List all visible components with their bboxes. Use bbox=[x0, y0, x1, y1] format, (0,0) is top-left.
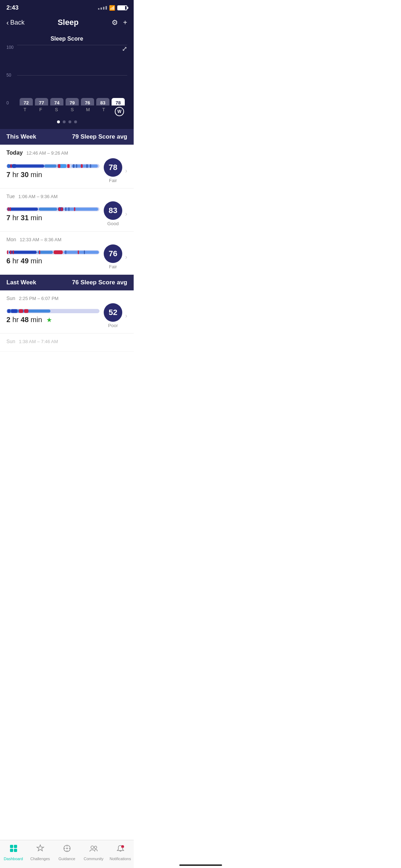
dot-4[interactable] bbox=[74, 120, 77, 123]
entry-today[interactable]: Today 12:46 AM – 9:26 AM bbox=[0, 145, 134, 188]
entry-day-mon: Mon bbox=[6, 237, 16, 242]
svg-rect-21 bbox=[58, 207, 60, 211]
entry-body-today: 7 hr 30 min 78 Fair › bbox=[6, 158, 127, 183]
pagination-dots bbox=[6, 120, 127, 123]
entry-sun2[interactable]: Sun 1:38 AM – 7:46 AM bbox=[0, 334, 134, 352]
entry-right-tue: 83 Good › bbox=[99, 201, 127, 226]
entry-day-sun2: Sun bbox=[6, 339, 15, 344]
svg-rect-36 bbox=[65, 250, 66, 254]
hours-tue: 7 bbox=[6, 214, 10, 222]
hours-mon: 6 bbox=[6, 257, 10, 265]
entry-duration-tue: 7 hr 31 min bbox=[6, 214, 99, 222]
bar-value-t1: 72 bbox=[24, 100, 29, 105]
svg-rect-14 bbox=[90, 164, 91, 167]
sleep-bar-sun1 bbox=[6, 308, 99, 314]
svg-rect-17 bbox=[7, 207, 9, 211]
back-button[interactable]: ‹ Back bbox=[6, 19, 25, 27]
star-icon-sun1: ★ bbox=[46, 316, 52, 324]
this-week-header: This Week 79 Sleep Score avg bbox=[0, 129, 134, 145]
score-label-today: Fair bbox=[109, 178, 117, 183]
entry-duration-mon: 6 hr 49 min bbox=[6, 257, 99, 265]
min-label-tue: min bbox=[31, 214, 42, 222]
bar-item-t1[interactable]: 72 bbox=[20, 98, 33, 105]
hr-label-sun1: hr bbox=[12, 316, 21, 324]
y-axis: 100 50 0 bbox=[6, 45, 14, 105]
bar-item-f[interactable]: 77 bbox=[35, 98, 48, 105]
svg-rect-3 bbox=[7, 164, 10, 167]
bar-item-w[interactable]: 78 bbox=[112, 98, 125, 105]
dot-1[interactable] bbox=[57, 120, 60, 123]
entry-score-today: 78 Fair bbox=[104, 158, 122, 183]
header: ‹ Back Sleep ⚙ + bbox=[0, 14, 134, 33]
bar-s1: 74 bbox=[50, 98, 63, 105]
x-label-t2: T bbox=[96, 107, 112, 116]
svg-rect-22 bbox=[61, 207, 63, 211]
bar-item-t2[interactable]: 83 bbox=[96, 98, 109, 105]
this-week-label: This Week bbox=[6, 133, 36, 140]
entry-mon[interactable]: Mon 12:33 AM – 8:36 AM bbox=[0, 232, 134, 275]
add-button[interactable]: + bbox=[123, 19, 127, 27]
score-label-mon: Fair bbox=[109, 264, 117, 269]
mins-mon: 49 bbox=[21, 257, 29, 265]
entry-body-sun1: 2 hr 48 min ★ 52 Poor › bbox=[6, 303, 127, 328]
mins-today: 30 bbox=[21, 171, 29, 179]
x-label-t1: T bbox=[17, 107, 33, 116]
bar-f: 77 bbox=[35, 98, 48, 105]
x-label-f: F bbox=[33, 107, 48, 116]
min-label-today: min bbox=[31, 171, 42, 179]
wifi-icon: 📶 bbox=[109, 5, 115, 11]
sleep-bar-today bbox=[6, 163, 99, 169]
bar-item-s1[interactable]: 74 bbox=[50, 98, 63, 105]
chevron-sun1: › bbox=[125, 312, 127, 320]
bar-w: 78 bbox=[112, 98, 125, 105]
entry-sun1[interactable]: Sun 2:25 PM – 6:07 PM 2 hr bbox=[0, 290, 134, 334]
svg-rect-2 bbox=[44, 164, 57, 167]
dot-3[interactable] bbox=[68, 120, 71, 123]
this-week-entries: Today 12:46 AM – 9:26 AM bbox=[0, 145, 134, 275]
svg-rect-41 bbox=[19, 309, 23, 312]
min-label-sun1: min bbox=[31, 316, 42, 324]
entry-body-mon: 6 hr 49 min 76 Fair › bbox=[6, 244, 127, 269]
score-circle-mon: 76 bbox=[104, 244, 122, 263]
entry-left-tue: 7 hr 31 min bbox=[6, 206, 99, 222]
score-circle-sun1: 52 bbox=[104, 303, 122, 322]
bar-value-s1: 74 bbox=[54, 100, 59, 105]
dot-2[interactable] bbox=[63, 120, 66, 123]
svg-rect-38 bbox=[84, 250, 85, 254]
bar-m: 76 bbox=[81, 98, 94, 105]
svg-rect-37 bbox=[78, 250, 79, 254]
chevron-today: › bbox=[125, 167, 127, 175]
svg-rect-28 bbox=[7, 250, 8, 254]
status-bar: 2:43 📶 bbox=[0, 0, 134, 14]
chart-bars-wrapper: 72 77 74 bbox=[17, 45, 127, 105]
entry-header-today: Today 12:46 AM – 9:26 AM bbox=[6, 150, 127, 156]
entry-day-tue: Tue bbox=[6, 193, 15, 199]
bar-item-s2[interactable]: 79 bbox=[66, 98, 79, 105]
y-label-0: 0 bbox=[6, 100, 14, 105]
back-label: Back bbox=[10, 19, 25, 26]
bar-item-m[interactable]: 76 bbox=[81, 98, 94, 105]
min-label-mon: min bbox=[31, 257, 42, 265]
svg-rect-12 bbox=[81, 164, 83, 167]
entry-header-sun2: Sun 1:38 AM – 7:46 AM bbox=[6, 339, 127, 344]
entry-header-mon: Mon 12:33 AM – 8:36 AM bbox=[6, 237, 127, 242]
svg-rect-19 bbox=[38, 207, 57, 211]
battery-icon bbox=[117, 5, 127, 10]
svg-rect-16 bbox=[7, 207, 38, 211]
page-title: Sleep bbox=[58, 18, 79, 27]
sleep-bar-tue bbox=[6, 206, 99, 212]
entry-tue[interactable]: Tue 1:06 AM – 9:36 AM bbox=[0, 188, 134, 232]
today-day-label: W bbox=[115, 107, 124, 116]
score-label-tue: Good bbox=[107, 221, 119, 226]
chart-section: Sleep Score ⤢ 100 50 0 bbox=[0, 33, 134, 129]
hr-label-tue: hr bbox=[12, 214, 21, 222]
hr-label-today: hr bbox=[12, 171, 21, 179]
svg-rect-42 bbox=[24, 309, 29, 312]
svg-rect-30 bbox=[10, 250, 11, 254]
entry-duration-sun1: 2 hr 48 min ★ bbox=[6, 316, 99, 324]
bar-value-w: 78 bbox=[115, 100, 120, 105]
chart-container: ⤢ 100 50 0 bbox=[6, 45, 127, 116]
settings-button[interactable]: ⚙ bbox=[112, 18, 118, 27]
bars-row: 72 77 74 bbox=[17, 45, 127, 105]
bar-s2: 79 bbox=[66, 98, 79, 105]
